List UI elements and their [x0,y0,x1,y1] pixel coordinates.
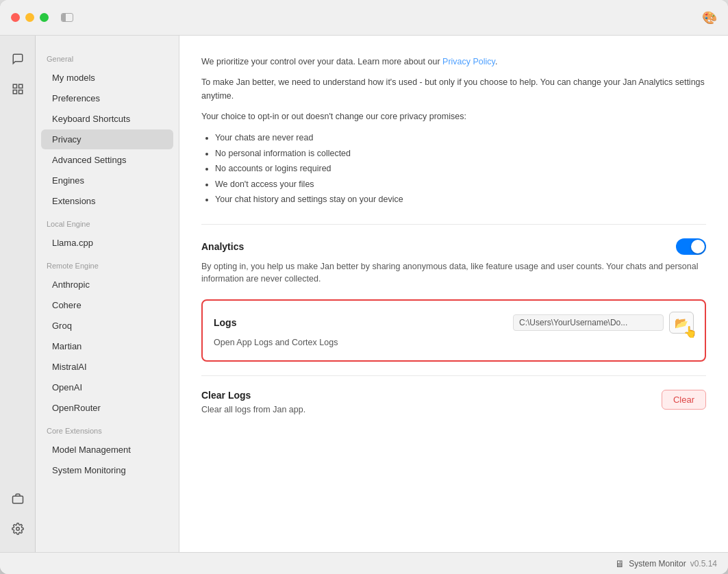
svg-rect-2 [13,90,16,94]
sidebar-item-preferences[interactable]: Preferences [41,88,173,108]
clear-logs-desc: Clear all logs from Jan app. [201,403,305,416]
sidebar-item-model-management[interactable]: Model Management [41,440,173,460]
palette-icon: 🎨 [702,11,717,25]
sidebar-item-openai[interactable]: OpenAI [41,377,173,397]
sidebar-toggle-icon[interactable] [61,13,73,22]
grid-icon[interactable] [5,77,30,101]
svg-rect-1 [18,84,22,88]
sidebar-item-martian[interactable]: Martian [41,336,173,356]
analytics-title: Analytics [201,241,244,252]
toggle-knob [691,240,705,253]
sidebar-item-anthropic[interactable]: Anthropic [41,275,173,295]
chat-icon[interactable] [5,47,30,71]
svg-rect-4 [12,496,23,503]
app-window: 🎨 [0,0,728,574]
sidebar-item-system-monitoring[interactable]: System Monitoring [41,460,173,480]
svg-rect-0 [13,84,16,88]
core-extensions-section-label: Core Extensions [36,419,179,439]
version-label: v0.5.14 [690,559,717,569]
sidebar-item-my-models[interactable]: My models [41,68,173,88]
list-item: No personal information is collected [215,146,706,162]
statusbar: 🖥 System Monitor v0.5.14 [0,552,728,574]
icon-bar [0,36,36,552]
privacy-policy-link[interactable]: Privacy Policy [442,57,495,66]
local-engine-section-label: Local Engine [36,212,179,232]
minimize-button[interactable] [25,13,34,22]
logs-desc: Open App Logs and Cortex Logs [214,336,694,349]
list-item: Your chats are never read [215,130,706,146]
sidebar-item-cohere[interactable]: Cohere [41,295,173,315]
sidebar-item-openrouter[interactable]: OpenRouter [41,398,173,418]
list-item: No accounts or logins required [215,161,706,177]
cursor-icon: 👆 [683,325,697,338]
svg-rect-3 [18,90,22,94]
clear-button[interactable]: Clear [662,390,706,410]
traffic-lights [11,13,73,22]
titlebar: 🎨 [0,0,728,36]
open-folder-button[interactable]: 📂 👆 [669,312,694,334]
privacy-promises-intro: Your choice to opt-in or out doesn't cha… [201,110,706,123]
box-icon[interactable] [5,486,30,511]
list-item: Your chat history and settings stay on y… [215,192,706,208]
sidebar-item-llama-cpp[interactable]: Llama.cpp [41,233,173,253]
icon-bar-bottom [5,486,30,541]
app-body: General My models Preferences Keyboard S… [0,36,728,552]
sidebar-item-groq[interactable]: Groq [41,316,173,336]
sidebar-item-keyboard-shortcuts[interactable]: Keyboard Shortcuts [41,109,173,129]
system-monitor-label[interactable]: System Monitor [629,559,686,569]
svg-point-5 [16,527,19,531]
privacy-intro-2: To make Jan better, we need to understan… [201,75,706,103]
monitor-icon: 🖥 [615,558,625,569]
sidebar-item-extensions[interactable]: Extensions [41,191,173,211]
logs-title: Logs [214,317,236,328]
sidebar-item-mistralai[interactable]: MistralAI [41,357,173,377]
sidebar-item-advanced-settings[interactable]: Advanced Settings [41,150,173,170]
sidebar: General My models Preferences Keyboard S… [36,36,179,552]
analytics-toggle[interactable] [676,238,706,255]
privacy-list: Your chats are never read No personal in… [201,130,706,208]
clear-logs-row: Clear Logs Clear all logs from Jan app. … [201,390,706,416]
sidebar-item-privacy[interactable]: Privacy [41,129,173,149]
main-content: We prioritize your control over your dat… [179,36,728,552]
maximize-button[interactable] [40,13,49,22]
logs-path-area: 📂 👆 [513,312,694,334]
privacy-intro-1: We prioritize your control over your dat… [201,55,706,68]
logs-section: Logs 📂 👆 Open App Logs and Cortex Logs [201,299,706,362]
general-section-label: General [36,47,179,67]
settings-icon[interactable] [5,516,30,541]
logs-row: Logs 📂 👆 [214,312,694,334]
logs-path-input[interactable] [513,314,664,331]
analytics-header: Analytics [201,238,706,255]
clear-logs-title: Clear Logs [201,390,305,401]
close-button[interactable] [11,13,20,22]
analytics-desc: By opting in, you help us make Jan bette… [201,260,706,286]
titlebar-right: 🎨 [702,10,717,25]
list-item: We don't access your files [215,177,706,192]
analytics-section: Analytics By opting in, you help us make… [201,224,706,286]
clear-logs-section: Clear Logs Clear all logs from Jan app. … [201,375,706,416]
clear-logs-text-area: Clear Logs Clear all logs from Jan app. [201,390,305,416]
remote-engine-section-label: Remote Engine [36,253,179,274]
sidebar-item-engines[interactable]: Engines [41,171,173,190]
